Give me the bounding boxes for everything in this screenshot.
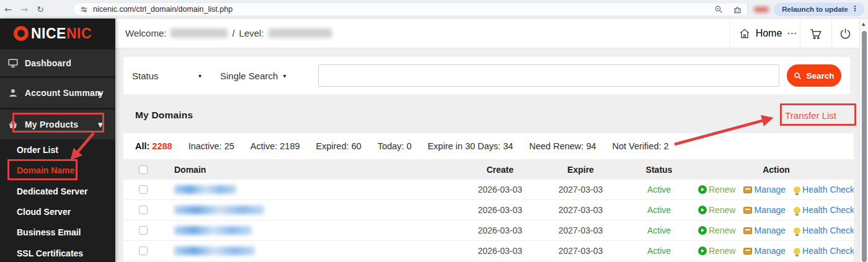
table-row: 2026-03-03 2027-03-03 Active Renew Manag… [123,180,854,200]
sidebar-item-dedicated-server[interactable]: Dedicated Server [0,181,115,201]
domain-link-redacted[interactable] [174,206,264,214]
status-select[interactable]: Status ▾ [132,71,202,81]
row-checkbox[interactable] [139,247,148,255]
stat-need-renew[interactable]: Need Renew:94 [529,141,596,151]
row-checkbox[interactable] [139,206,148,214]
health-check-link[interactable]: Health Check [794,225,854,235]
app-window: ← → ↻ nicenic.com/ctrl_domain/domain_lis… [0,0,868,262]
topbar: Welcome: / Level: Home ··· [115,19,859,48]
logo-icon [14,26,29,41]
browser-menu-icon[interactable]: ⋮ [851,4,859,13]
health-check-link[interactable]: Health Check [794,185,854,194]
extensions-icon[interactable] [733,5,742,14]
manage-link[interactable]: Manage [743,246,786,256]
page-scrollbar[interactable]: ▲ [859,19,868,262]
sidebar-item-dashboard[interactable]: Dashboard [0,50,115,76]
domain-link-redacted[interactable] [174,185,236,194]
expire-date: 2027-03-03 [542,246,619,256]
nicenic-logo[interactable]: NICENIC [0,19,115,48]
zoom-icon[interactable] [714,5,723,14]
column-create: Create [458,165,542,175]
monitor-icon [7,58,19,69]
search-button[interactable]: Search [787,64,841,87]
expire-date: 2027-03-03 [542,205,619,215]
sidebar-item-cloud-server[interactable]: Cloud Server [0,201,115,222]
stat-today[interactable]: Today:0 [378,141,412,151]
bulb-icon [794,248,800,255]
table-row: 2026-03-03 2027-03-03 Active Renew Manag… [123,241,854,261]
basket-icon [7,119,19,130]
health-check-link[interactable]: Health Check [794,246,854,256]
cart-button[interactable] [800,19,831,48]
status-badge: Active [619,246,699,256]
search-panel: Status ▾ Single Search ▾ Search [123,57,850,94]
manage-icon [743,186,752,193]
domain-link-redacted[interactable] [174,226,252,235]
chevron-right-icon: ▶ [98,90,103,97]
create-date: 2026-03-03 [458,225,542,235]
url-text: nicenic.com/ctrl_domain/domain_list.php [93,5,714,14]
row-checkbox[interactable] [139,185,148,194]
manage-icon [743,207,752,214]
manage-link[interactable]: Manage [743,205,786,215]
sidebar-item-ssl-certificates[interactable]: SSL Certificates [0,243,115,262]
reload-icon[interactable]: ↻ [32,4,48,14]
back-icon[interactable]: ← [0,4,16,14]
sidebar-item-account-summary[interactable]: Account Summary ▶ [0,78,115,108]
relaunch-button[interactable]: Relaunch to update ⋮ [774,2,864,16]
topbar-divider [729,19,730,48]
search-mode-select[interactable]: Single Search ▾ [220,71,286,81]
table-row: 2026-03-03 2027-03-03 Active Renew Manag… [123,221,854,241]
user-icon [7,87,19,98]
extension-redacted [754,7,769,12]
sidebar-item-domain-name[interactable]: Domain Name [0,160,115,181]
renew-link[interactable]: Renew [698,185,736,194]
column-status: Status [619,165,699,175]
main-content: Welcome: / Level: Home ··· [115,19,859,262]
row-checkbox[interactable] [139,226,148,235]
chevron-down-icon: ▾ [283,72,286,79]
expire-date: 2027-03-03 [542,225,619,235]
create-date: 2026-03-03 [458,185,542,194]
stat-expire-30-days[interactable]: Expire in 30 Days:34 [428,141,513,151]
stat-inactive[interactable]: Inactive:25 [188,141,234,151]
bulb-icon [794,207,800,214]
create-date: 2026-03-03 [458,246,542,256]
home-more-icon[interactable]: ··· [787,28,797,39]
home-button[interactable]: Home ··· [737,19,799,48]
sidebar-item-business-email[interactable]: Business Email [0,222,115,243]
renew-icon [698,185,707,194]
section-header: My Domains Transfer List [123,94,850,136]
status-badge: Active [619,185,699,194]
manage-link[interactable]: Manage [743,185,786,194]
logout-button[interactable] [831,19,859,48]
site-settings-icon[interactable] [80,6,88,14]
manage-icon [743,248,752,255]
domain-link-redacted[interactable] [174,247,255,255]
renew-link[interactable]: Renew [698,225,736,235]
stat-not-verified[interactable]: Not Verified:2 [613,141,669,151]
bulb-icon [794,227,800,234]
chevron-down-icon: ▾ [198,72,202,79]
renew-link[interactable]: Renew [698,246,736,256]
health-check-link[interactable]: Health Check [794,205,854,215]
scroll-up-icon[interactable]: ▲ [862,22,865,27]
stat-expired[interactable]: Expired:60 [316,141,361,151]
manage-link[interactable]: Manage [743,225,786,235]
column-expire: Expire [542,165,619,175]
renew-link[interactable]: Renew [698,205,736,215]
sidebar-item-my-products[interactable]: My Products ▼ [0,110,115,139]
status-badge: Active [619,205,699,215]
select-all-checkbox[interactable] [139,165,148,174]
forward-icon[interactable]: → [16,4,32,14]
expire-date: 2027-03-03 [542,185,619,194]
search-input[interactable] [318,64,779,87]
scrollbar-thumb[interactable] [862,31,867,262]
transfer-list-link[interactable]: Transfer List [785,110,836,121]
cart-icon [808,27,823,41]
address-bar[interactable]: nicenic.com/ctrl_domain/domain_list.php … [73,2,750,16]
stat-active[interactable]: Active:2189 [250,141,300,151]
sidebar-item-order-list[interactable]: Order List [0,139,115,160]
stat-all[interactable]: All:2288 [135,141,172,151]
column-domain: Domain [163,165,458,175]
